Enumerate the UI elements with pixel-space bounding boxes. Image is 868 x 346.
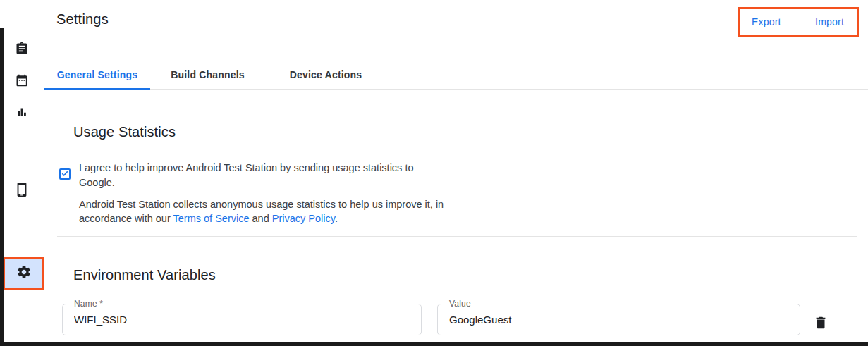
- delete-env-var-button[interactable]: [810, 313, 831, 334]
- sidebar-item-settings[interactable]: [5, 259, 42, 288]
- terms-of-service-link[interactable]: Terms of Service: [173, 213, 250, 224]
- privacy-policy-link[interactable]: Privacy Policy: [272, 213, 335, 224]
- usage-statistics-heading: Usage Statistics: [73, 124, 176, 140]
- checkmark-icon: [61, 168, 69, 180]
- smartphone-icon: [14, 182, 30, 199]
- sidebar-item-devices[interactable]: [0, 176, 44, 204]
- usage-consent-text: I agree to help improve Android Test Sta…: [79, 161, 414, 190]
- gear-icon: [16, 264, 32, 282]
- export-button[interactable]: Export: [752, 16, 781, 27]
- value-input[interactable]: [438, 304, 800, 335]
- section-divider: [57, 236, 857, 237]
- trash-icon: [813, 315, 829, 333]
- tab-build-channels[interactable]: Build Channels: [150, 60, 265, 89]
- usage-description-text: Android Test Station collects anonymous …: [79, 198, 444, 225]
- import-button[interactable]: Import: [815, 16, 844, 27]
- page-title: Settings: [56, 11, 109, 27]
- env-var-value-field: Value: [437, 304, 800, 335]
- environment-variables-heading: Environment Variables: [73, 267, 216, 283]
- name-input[interactable]: [63, 304, 421, 335]
- window-left-edge: [0, 28, 4, 346]
- bar-chart-icon: [15, 105, 29, 121]
- usage-statistics-checkbox[interactable]: [59, 168, 71, 180]
- calendar-icon: [15, 73, 29, 89]
- sidebar-item-test-plans[interactable]: [0, 67, 44, 95]
- window-bottom-edge: [0, 342, 868, 346]
- sidebar-item-test-runs[interactable]: [0, 99, 44, 127]
- assignment-icon: [15, 42, 29, 58]
- tab-device-actions[interactable]: Device Actions: [265, 60, 386, 89]
- tab-general-settings[interactable]: General Settings: [44, 60, 150, 89]
- export-import-highlight-box: Export Import: [738, 7, 859, 37]
- sidebar-item-tests[interactable]: [0, 35, 44, 63]
- settings-tabbar: General Settings Build Channels Device A…: [44, 60, 868, 90]
- sidebar: [0, 0, 44, 346]
- env-var-name-field: Name *: [62, 304, 422, 335]
- settings-highlight-box: [3, 257, 44, 290]
